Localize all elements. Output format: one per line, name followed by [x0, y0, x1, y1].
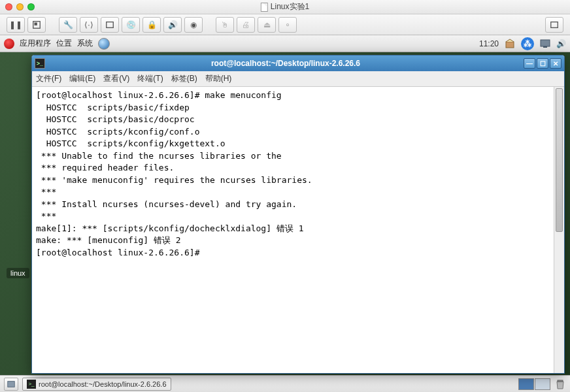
terminal-window: >_ root@localhost:~/Desktop/linux-2.6.26…: [31, 55, 565, 374]
bluetooth-button[interactable]: ⚬: [278, 17, 297, 33]
taskbar-item-label: root@localhost:~/Desktop/linux-2.6.26.6: [39, 380, 167, 388]
taskbar-item-terminal[interactable]: >_ root@localhost:~/Desktop/linux-2.6.26…: [22, 378, 171, 391]
update-icon[interactable]: [504, 38, 516, 50]
sound-button[interactable]: 🔊: [163, 17, 182, 33]
window-close-button[interactable]: ✕: [550, 58, 562, 69]
workspace-1[interactable]: [518, 378, 534, 390]
menu-file[interactable]: 文件(F): [36, 73, 61, 84]
gnome-bottom-panel: >_ root@localhost:~/Desktop/linux-2.6.26…: [0, 375, 570, 392]
svg-rect-7: [8, 381, 15, 387]
snapshot-button[interactable]: [27, 17, 46, 33]
cd-button[interactable]: 💿: [122, 17, 140, 33]
menu-view[interactable]: 查看(V): [103, 73, 129, 84]
menu-tabs[interactable]: 标签(B): [171, 73, 197, 84]
svg-rect-5: [541, 40, 550, 46]
terminal-scrollbar[interactable]: [554, 87, 564, 373]
trash-icon[interactable]: [554, 378, 566, 390]
document-icon: [261, 3, 268, 12]
unity-button[interactable]: [101, 17, 119, 33]
system-menu[interactable]: 系统: [77, 38, 93, 49]
host-window-title: Linux实验1: [271, 1, 309, 12]
close-window-button[interactable]: [5, 3, 12, 10]
clock[interactable]: 11:20: [479, 39, 499, 48]
vm-toolbar: ❚❚ 🔧 ⟨·⟩ 💿 🔒 🔊 ◉ 🖱 🖨 ⏏ ⚬: [0, 14, 570, 35]
network-button[interactable]: ◉: [184, 17, 203, 33]
svg-rect-3: [551, 22, 558, 27]
maximize-window-button[interactable]: [27, 3, 35, 10]
minimize-window-button[interactable]: [16, 3, 24, 10]
show-desktop-button[interactable]: [4, 378, 18, 391]
svg-rect-2: [107, 22, 114, 27]
pause-button[interactable]: ❚❚: [7, 17, 25, 33]
applications-menu[interactable]: 应用程序: [20, 38, 51, 49]
fullscreen-button[interactable]: ⟨·⟩: [80, 17, 98, 33]
workspace-2[interactable]: [535, 378, 550, 390]
svg-rect-4: [506, 42, 514, 48]
places-menu[interactable]: 位置: [56, 38, 72, 49]
terminal-title: root@localhost:~/Desktop/linux-2.6.26.6: [48, 59, 524, 68]
window-minimize-button[interactable]: —: [524, 58, 535, 69]
svg-rect-1: [35, 22, 37, 25]
distro-icon[interactable]: [4, 39, 14, 49]
menu-terminal[interactable]: 终端(T): [137, 73, 163, 84]
settings-button[interactable]: 🔧: [59, 17, 77, 33]
svg-rect-6: [543, 46, 547, 48]
workspace-pager[interactable]: [518, 378, 550, 390]
terminal-content[interactable]: [root@localhost linux-2.6.26.6]# make me…: [32, 87, 554, 373]
browser-launcher-icon[interactable]: [98, 38, 110, 50]
usb-button[interactable]: ⏏: [258, 17, 276, 33]
printer-button[interactable]: 🖨: [237, 17, 255, 33]
terminal-titlebar[interactable]: >_ root@localhost:~/Desktop/linux-2.6.26…: [32, 56, 564, 71]
host-titlebar: Linux实验1: [0, 0, 570, 14]
menu-help[interactable]: 帮助(H): [205, 73, 232, 84]
display-icon[interactable]: [539, 38, 551, 50]
volume-icon[interactable]: 🔊: [556, 39, 566, 48]
bluetooth-icon[interactable]: ⁂: [521, 37, 534, 50]
desktop: linux >_ root@localhost:~/Desktop/linux-…: [0, 52, 570, 375]
help-button[interactable]: [545, 17, 563, 33]
desktop-shortcut[interactable]: linux: [7, 268, 29, 278]
terminal-icon: >_: [35, 58, 45, 69]
terminal-icon: >_: [27, 380, 36, 389]
svg-rect-8: [558, 380, 563, 382]
mouse-button[interactable]: 🖱: [216, 17, 234, 33]
scrollbar-thumb[interactable]: [556, 88, 563, 232]
window-maximize-button[interactable]: ☐: [537, 58, 548, 69]
menu-edit[interactable]: 编辑(E): [69, 73, 95, 84]
terminal-menubar: 文件(F) 编辑(E) 查看(V) 终端(T) 标签(B) 帮助(H): [32, 71, 564, 87]
hdd-button[interactable]: 🔒: [142, 17, 161, 33]
gnome-top-panel: 应用程序 位置 系统 11:20 ⁂ 🔊: [0, 35, 570, 52]
